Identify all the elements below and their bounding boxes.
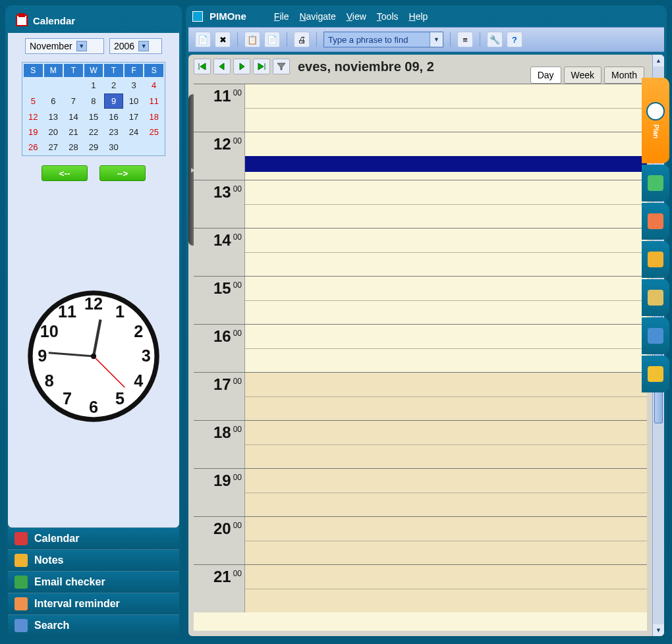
next-month-button[interactable]: --> — [99, 165, 146, 181]
svg-text:8: 8 — [45, 371, 54, 390]
first-button[interactable] — [194, 59, 211, 74]
print-button[interactable]: 🖨 — [294, 32, 310, 47]
hour-row[interactable]: 1400 — [194, 228, 647, 276]
calendar-day[interactable]: 19 — [24, 125, 43, 139]
calendar-day[interactable] — [24, 78, 43, 92]
lock-icon — [648, 290, 663, 306]
calendar-day[interactable]: 28 — [64, 140, 83, 154]
calendar-day[interactable] — [64, 78, 83, 92]
calendar-day[interactable]: 27 — [44, 140, 63, 154]
calendar-day[interactable]: 30 — [104, 140, 123, 154]
svg-point-17 — [91, 354, 96, 359]
calendar-day[interactable]: 5 — [24, 94, 43, 109]
side-tab-users[interactable] — [642, 241, 669, 278]
hour-row[interactable]: 1200 — [194, 132, 647, 180]
calendar-day[interactable]: 15 — [84, 110, 103, 124]
calendar-day[interactable]: 26 — [24, 140, 43, 154]
nav-icon — [14, 532, 28, 545]
scroll-up[interactable]: ▲ — [653, 55, 664, 67]
svg-text:7: 7 — [63, 390, 72, 408]
month-select[interactable]: November ▼ — [25, 38, 104, 54]
calendar-day[interactable]: 13 — [44, 110, 63, 124]
calendar-day[interactable]: 17 — [125, 110, 144, 124]
menu-item[interactable]: Tools — [377, 11, 399, 22]
calendar-day[interactable]: 6 — [44, 94, 63, 109]
hour-row[interactable]: 1700 — [194, 372, 647, 420]
next-button[interactable] — [233, 59, 250, 74]
calendar-day[interactable] — [44, 78, 63, 92]
calendar-day[interactable]: 12 — [24, 110, 43, 124]
help-button[interactable]: ? — [507, 32, 522, 47]
sidebar-item-notes[interactable]: Notes — [8, 549, 179, 571]
sidebar-item-email checker[interactable]: Email checker — [8, 571, 179, 593]
search-input[interactable] — [324, 32, 430, 47]
time-label: 2100 — [194, 565, 245, 612]
prev-month-button[interactable]: <-- — [42, 165, 88, 181]
calendar-day[interactable]: 7 — [64, 94, 83, 109]
menu-item[interactable]: Navigate — [299, 11, 335, 22]
time-label: 1700 — [194, 373, 245, 420]
hour-row[interactable]: 2000 — [194, 516, 647, 564]
side-tab-star[interactable] — [642, 356, 669, 392]
scroll-down[interactable]: ▼ — [653, 624, 664, 636]
last-button[interactable] — [253, 59, 270, 74]
time-label: 1500 — [194, 277, 245, 324]
calendar-day[interactable]: 14 — [64, 110, 83, 124]
schedule[interactable]: 1100 1200 1300 1400 1500 1600 1700 1800 … — [194, 84, 647, 631]
calendar-day[interactable]: 1 — [84, 78, 103, 92]
hour-row[interactable]: 1600 — [194, 324, 647, 372]
time-label: 1800 — [194, 421, 245, 468]
tab-day[interactable]: Day — [530, 67, 561, 84]
hour-row[interactable]: 1800 — [194, 420, 647, 468]
side-tab-todo[interactable] — [642, 165, 669, 201]
menu-item[interactable]: View — [347, 11, 366, 22]
calendar-day[interactable] — [125, 140, 144, 154]
calendar-day[interactable]: 3 — [125, 78, 144, 92]
hour-row[interactable]: 1900 — [194, 468, 647, 516]
calendar-day[interactable]: 2 — [104, 78, 123, 92]
calendar-day[interactable]: 9 — [104, 94, 123, 109]
calendar-day[interactable]: 25 — [144, 125, 163, 139]
calendar-day[interactable]: 18 — [144, 110, 163, 124]
tab-week[interactable]: Week — [564, 67, 602, 84]
new-button[interactable]: 📄 — [195, 32, 211, 47]
sidebar-item-interval reminder[interactable]: Interval reminder — [8, 593, 179, 614]
calendar-day[interactable]: 11 — [144, 94, 163, 109]
calendar-day[interactable]: 24 — [125, 125, 144, 139]
menu-item[interactable]: File — [274, 11, 289, 22]
side-tab-plan[interactable]: Plan — [642, 78, 669, 163]
delete-button[interactable]: ✖ — [215, 32, 231, 47]
paste-button[interactable]: 📄 — [264, 32, 280, 47]
todo-icon — [648, 175, 663, 191]
side-tab-folder[interactable] — [642, 317, 669, 354]
calendar-day[interactable]: 23 — [104, 125, 123, 139]
search-dropdown[interactable]: ▼ — [430, 32, 443, 47]
calendar-day[interactable]: 21 — [64, 125, 83, 139]
hour-row[interactable]: 1300 — [194, 180, 647, 228]
sidebar-item-calendar[interactable]: Calendar — [8, 527, 179, 549]
filter-button[interactable] — [273, 59, 290, 74]
calendar-day[interactable]: 10 — [125, 94, 144, 109]
options-button[interactable]: 🔧 — [487, 32, 503, 47]
time-label: 1600 — [194, 325, 245, 372]
side-tab-lock[interactable] — [642, 279, 669, 316]
calendar-day[interactable]: 8 — [84, 94, 103, 109]
tab-month[interactable]: Month — [604, 67, 644, 84]
side-tab-contacts[interactable] — [642, 203, 669, 240]
sidebar-item-search[interactable]: Search — [8, 614, 179, 636]
hour-row[interactable]: 2100 — [194, 564, 647, 612]
copy-button[interactable]: 📋 — [244, 32, 260, 47]
prev-button[interactable] — [213, 59, 231, 74]
hour-row[interactable]: 1500 — [194, 276, 647, 324]
list-button[interactable]: ≡ — [457, 32, 473, 47]
calendar-day[interactable]: 4 — [144, 78, 163, 92]
calendar-day[interactable]: 20 — [44, 125, 63, 139]
calendar-day[interactable]: 16 — [104, 110, 123, 124]
day-toolbar: eves, noviembre 09, 2 DayWeekMonth — [188, 55, 652, 78]
hour-row[interactable]: 1100 — [194, 84, 647, 132]
year-select[interactable]: 2006 ▼ — [109, 38, 162, 54]
calendar-day[interactable]: 22 — [84, 125, 103, 139]
calendar-day[interactable]: 29 — [84, 140, 103, 154]
menu-item[interactable]: Help — [409, 11, 428, 22]
calendar-day[interactable] — [144, 140, 163, 154]
